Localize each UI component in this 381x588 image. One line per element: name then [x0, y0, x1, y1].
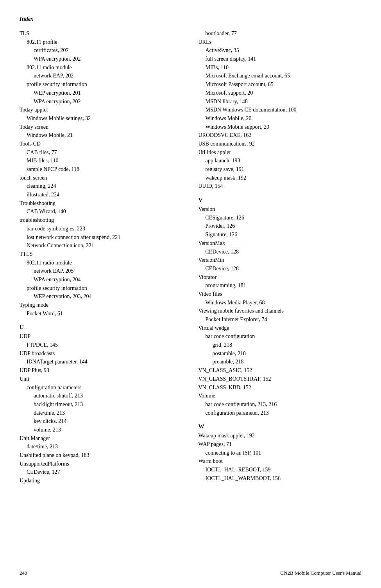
index-entry: full screen display, 141	[206, 55, 362, 63]
index-entry: FTPDCE, 145	[27, 341, 183, 349]
index-entry: UDP Plus, 93	[20, 366, 183, 375]
index-entry: VersionMax	[199, 239, 362, 248]
index-entry: Today applet	[20, 106, 183, 114]
book-title: CN2B Mobile Computer User's Manual	[281, 570, 361, 576]
index-entry: Microsoft support, 20	[206, 89, 362, 97]
index-entry: volume, 213	[34, 426, 183, 434]
index-entry: Virtual wedge	[199, 324, 362, 333]
index-entry: CEDevice, 128	[206, 248, 362, 256]
right-column: bootloader, 77URLsActiveSync, 35full scr…	[199, 29, 362, 485]
index-entry: bar code symbologies, 223	[27, 225, 183, 233]
page-number: 240	[20, 570, 27, 576]
index-entry: network EAP, 205	[34, 267, 183, 275]
index-entry: Unshifted plane on keypad, 183	[20, 451, 183, 460]
index-entry: grid, 218	[213, 341, 362, 349]
index-entry: WPA encryption, 204	[34, 275, 183, 284]
index-entry: Windows Mobile, 20	[206, 114, 362, 123]
index-entry: Network Connection icon, 221	[27, 241, 183, 250]
section-letter: U	[20, 324, 183, 331]
index-entry: lost network connection after suspend, 2…	[27, 233, 183, 242]
index-entry: WPA encryption, 202	[34, 55, 183, 63]
index-entry: Volume	[199, 392, 362, 400]
index-entry: Version	[199, 205, 362, 214]
index-entry: connecting to an ISP, 101	[206, 449, 362, 457]
index-entry: MSDN library, 148	[206, 97, 362, 106]
content-columns: TLS802.11 profilecertificates, 207WPA en…	[20, 29, 361, 485]
index-entry: IOCTL_HAL_WARMBOOT, 156	[206, 474, 362, 483]
page-title: Index	[20, 16, 361, 22]
index-entry: 802.11 profile	[27, 38, 183, 47]
index-entry: VN_CLASS_ASIC, 152	[199, 366, 362, 375]
index-entry: URLs	[199, 38, 362, 47]
index-entry: CAB Wizard, 140	[27, 207, 183, 216]
index-entry: CEDevice, 127	[27, 468, 183, 477]
index-entry: Pocket Internet Explorer, 74	[206, 315, 362, 324]
index-entry: Vibrator	[199, 273, 362, 282]
index-entry: Windows Mobile, 21	[27, 131, 183, 140]
index-entry: Windows Mobile settings, 32	[27, 114, 183, 123]
index-entry: Warm boot	[199, 457, 362, 466]
index-entry: MSDN Windows CE documentation, 100	[206, 106, 362, 114]
index-entry: Video files	[199, 290, 362, 298]
index-entry: 802.11 radio module	[27, 63, 183, 72]
index-entry: TTLS	[20, 250, 183, 259]
index-entry: Updating	[20, 477, 183, 485]
page-footer: 240 CN2B Mobile Computer User's Manual	[20, 570, 361, 576]
section-letter: W	[199, 423, 362, 430]
index-entry: WAP pages, 71	[199, 440, 362, 449]
index-entry: WEP encryption, 203, 204	[34, 292, 183, 301]
index-entry: programming, 181	[206, 281, 362, 290]
index-entry: ActiveSync, 35	[206, 46, 362, 55]
index-entry: Tools CD	[20, 140, 183, 148]
index-entry: Typing mode	[20, 301, 183, 309]
index-entry: automatic shutoff, 213	[34, 392, 183, 400]
index-entry: CEDevice, 128	[206, 264, 362, 273]
index-entry: VersionMin	[199, 256, 362, 264]
spacer	[199, 417, 362, 419]
index-entry: Windows Media Player, 68	[206, 298, 362, 307]
index-entry: CAB files, 77	[27, 148, 183, 157]
index-entry: configuration parameter, 213	[206, 409, 362, 417]
index-entry: MIB files, 110	[27, 156, 183, 165]
index-entry: TLS	[20, 29, 183, 38]
index-entry: UDP broadcasts	[20, 349, 183, 358]
index-entry: WPA encryption, 202	[34, 97, 183, 106]
index-entry: VN_CLASS_BOOTSTRAP, 152	[199, 375, 362, 383]
index-entry: date/time, 213	[27, 442, 183, 451]
index-entry: date/time, 213	[34, 409, 183, 417]
index-entry: Viewing mobile favorites and channels	[199, 307, 362, 315]
index-entry: Provider, 126	[206, 222, 362, 230]
index-entry: certificates, 207	[34, 46, 183, 55]
page: Index TLS802.11 profilecertificates, 207…	[0, 0, 381, 588]
index-entry: Utilities applet	[199, 148, 362, 157]
index-entry: USB communications, 92	[199, 140, 362, 148]
index-entry: Microsoft Passport account, 65	[206, 80, 362, 89]
index-entry: WEP encryption, 201	[34, 89, 183, 97]
index-entry: postamble, 218	[213, 349, 362, 358]
index-entry: VN_CLASS_KBD, 152	[199, 383, 362, 392]
index-entry: Microsoft Exchange email account, 65	[206, 72, 362, 80]
index-entry: 802.11 radio module	[27, 259, 183, 267]
index-entry: Wakeup mask applet, 192	[199, 432, 362, 440]
index-entry: bootloader, 77	[206, 29, 362, 38]
index-entry: Unit Manager	[20, 434, 183, 443]
index-entry: configuration parameters	[27, 383, 183, 392]
index-entry: Troubleshooting	[20, 199, 183, 208]
spacer	[20, 318, 183, 319]
index-entry: backlight timeout, 213	[34, 400, 183, 409]
index-entry: cleaning, 224	[27, 182, 183, 191]
index-entry: URODDSVC.EXE, 162	[199, 131, 362, 140]
index-entry: UnsupportedPlatforms	[20, 460, 183, 468]
index-entry: Signature, 126	[206, 230, 362, 239]
index-entry: MIBs, 110	[206, 63, 362, 72]
index-entry: UDP	[20, 332, 183, 341]
index-entry: touch screen	[20, 174, 183, 182]
index-entry: IDNATarget parameter, 144	[27, 358, 183, 366]
index-entry: troubleshooting	[20, 216, 183, 225]
index-entry: preamble, 218	[213, 358, 362, 366]
spacer	[199, 191, 362, 192]
index-entry: registry save, 191	[206, 165, 362, 174]
index-entry: bar code configuration, 213, 216	[206, 400, 362, 409]
index-entry: Windows Mobile support, 20	[206, 123, 362, 131]
section-letter: V	[199, 197, 362, 203]
